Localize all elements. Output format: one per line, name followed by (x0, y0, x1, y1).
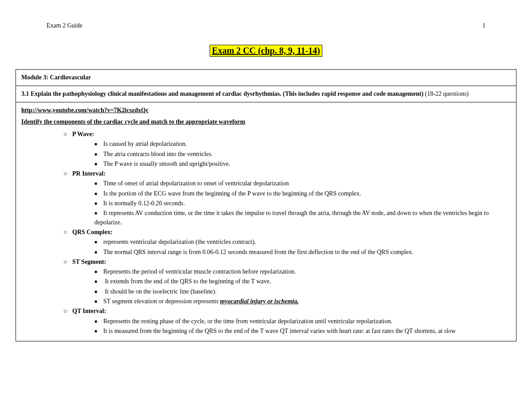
component-label: QT Interval: (72, 308, 106, 314)
component-subitem: ■Is the portion of the ECG wave from the… (94, 189, 511, 198)
component-sublist: ■Represents the period of ventricular mu… (63, 267, 511, 306)
component-subitem: ■The normal QRS interval range is from 0… (94, 248, 511, 257)
content-body: http://www.youtube.com/watch?v=7K2icszdx… (16, 102, 516, 341)
square-bullet-icon: ■ (94, 161, 103, 168)
square-bullet-icon: ■ (94, 210, 103, 217)
square-bullet-icon: ■ (94, 239, 103, 246)
document-title: Exam 2 CC (chp. 8, 9, 11-14) (210, 45, 322, 57)
components-list: ○P Wave:■Is caused by atrial depolarizat… (21, 130, 511, 336)
component-sublist: ■Is caused by atrial depolarization.■The… (63, 140, 511, 168)
circle-bullet-icon: ○ (63, 169, 72, 178)
content-table: Module 3: Cardiovascular 3.1 Explain the… (16, 69, 516, 341)
square-bullet-icon: ■ (94, 328, 103, 335)
objective-plain: (18-22 questions) (423, 90, 469, 97)
circle-bullet-icon: ○ (63, 130, 72, 139)
subitem-text: Time of onset of atrial depolarization t… (103, 180, 289, 187)
objective-bold: 3.1 Explain the pathophysiology clinical… (21, 90, 423, 97)
component-sublist: ■Represents the resting phase of the cyc… (63, 317, 511, 336)
component-subitem: ■Is caused by atrial depolarization. (94, 140, 511, 149)
square-bullet-icon: ■ (94, 249, 103, 256)
component-subitem: ■Represents the resting phase of the cyc… (94, 317, 511, 326)
component-item: ○QT Interval:■Represents the resting pha… (63, 307, 511, 336)
square-bullet-icon: ■ (94, 278, 103, 285)
square-bullet-icon: ■ (94, 318, 103, 325)
component-item: ○PR Interval:■Time of onset of atrial de… (63, 169, 511, 227)
component-subitem: ■It is normally 0.12-0.20 seconds. (94, 199, 511, 208)
subitem-text: It is normally 0.12-0.20 seconds. (103, 200, 185, 207)
document-title-wrap: Exam 2 CC (chp. 8, 9, 11-14) (16, 45, 516, 57)
component-sublist: ■represents ventricular depolarization (… (63, 238, 511, 257)
section-heading: Identify the components of the cardiac c… (21, 118, 511, 125)
subitem-emphasis: myocardial injury or ischemia. (220, 298, 298, 305)
header-left: Exam 2 Guide (47, 22, 82, 29)
component-label: QRS Complex: (72, 229, 113, 235)
subitem-text: Represents the resting phase of the cycl… (103, 318, 392, 325)
component-subitem: ■It represents AV conduction time, or th… (94, 209, 511, 227)
subitem-text: It is measured from the beginning of the… (103, 328, 456, 334)
component-subitem: ■Time of onset of atrial depolarization … (94, 179, 511, 188)
component-sublist: ■Time of onset of atrial depolarization … (63, 179, 511, 227)
module-title: Module 3: Cardiovascular (16, 70, 516, 86)
square-bullet-icon: ■ (94, 298, 103, 305)
subitem-text: The normal QRS interval range is from 0.… (103, 249, 413, 255)
component-subitem: ■ It extends from the end of the QRS to … (94, 277, 511, 286)
component-item: ○P Wave:■Is caused by atrial depolarizat… (63, 130, 511, 168)
subitem-text: It extends from the end of the QRS to th… (103, 278, 271, 285)
circle-bullet-icon: ○ (63, 307, 72, 316)
square-bullet-icon: ■ (94, 269, 103, 275)
subitem-text: represents ventricular depolarization (t… (103, 239, 256, 245)
subitem-text: ST segment elevation or depression repre… (103, 298, 220, 305)
component-label: ST Segment: (72, 258, 106, 265)
square-bullet-icon: ■ (94, 200, 103, 207)
subitem-text: The atria contracts blood into the ventr… (103, 151, 213, 157)
square-bullet-icon: ■ (94, 151, 103, 158)
component-subitem: ■ST segment elevation or depression repr… (94, 297, 511, 306)
component-item: ○ST Segment:■Represents the period of ve… (63, 258, 511, 306)
component-subitem: ■represents ventricular depolarization (… (94, 238, 511, 247)
header-page-number: 1 (482, 22, 485, 29)
component-item: ○QRS Complex:■represents ventricular dep… (63, 228, 511, 257)
subitem-text: Is caused by atrial depolarization. (103, 141, 187, 147)
youtube-link[interactable]: http://www.youtube.com/watch?v=7K2icszdx… (21, 107, 511, 114)
square-bullet-icon: ■ (94, 141, 103, 148)
subitem-text: It represents AV conduction time, or the… (94, 210, 489, 225)
subitem-text: Represents the period of ventricular mus… (103, 268, 296, 275)
page-header: Exam 2 Guide 1 (16, 22, 516, 29)
circle-bullet-icon: ○ (63, 258, 72, 266)
square-bullet-icon: ■ (94, 289, 103, 295)
component-label: P Wave: (72, 131, 94, 137)
circle-bullet-icon: ○ (63, 228, 72, 237)
component-label: PR Interval: (72, 170, 106, 177)
subitem-text: The P wave is usually smooth and upright… (103, 160, 230, 167)
subitem-text: Is the portion of the ECG wave from the … (103, 190, 361, 197)
subitem-text: It should be on the isoelectric line (ba… (103, 288, 216, 295)
component-subitem: ■It is measured from the beginning of th… (94, 327, 511, 336)
square-bullet-icon: ■ (94, 191, 103, 197)
objective-row: 3.1 Explain the pathophysiology clinical… (16, 86, 516, 102)
square-bullet-icon: ■ (94, 180, 103, 187)
component-subitem: ■ It should be on the isoelectric line (… (94, 287, 511, 296)
component-subitem: ■The atria contracts blood into the vent… (94, 150, 511, 159)
component-subitem: ■Represents the period of ventricular mu… (94, 267, 511, 276)
component-subitem: ■The P wave is usually smooth and uprigh… (94, 160, 511, 168)
